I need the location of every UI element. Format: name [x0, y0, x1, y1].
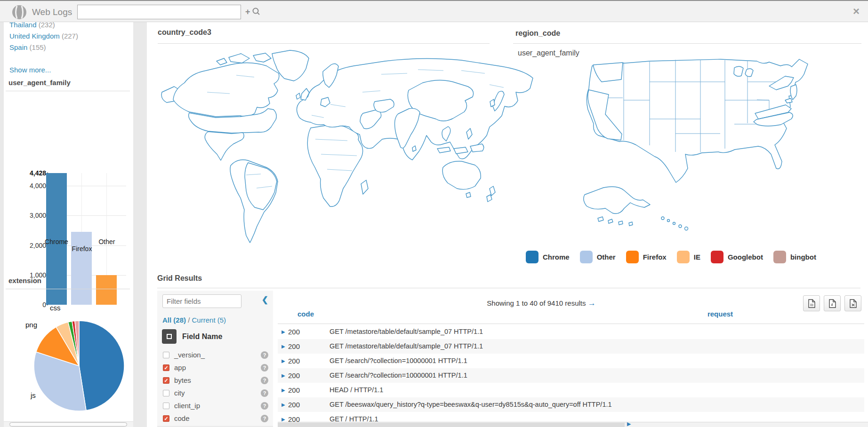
- field-label: client_ip: [174, 402, 200, 410]
- column-header-request[interactable]: request: [678, 310, 763, 318]
- separator: /: [188, 316, 190, 324]
- help-icon[interactable]: ?: [261, 351, 268, 359]
- expand-row-icon[interactable]: ▶: [281, 383, 285, 397]
- pie-label: css: [50, 304, 61, 312]
- legend-swatch: [580, 251, 593, 263]
- expand-row-icon[interactable]: ▶: [281, 324, 285, 339]
- expand-row-icon[interactable]: ▶: [281, 339, 285, 354]
- y-tick-label: 4,000: [8, 182, 46, 190]
- scrollbar-thumb[interactable]: [278, 423, 625, 427]
- table-row[interactable]: ▶200HEAD / HTTP/1.1: [278, 383, 864, 397]
- column-header-code[interactable]: code: [297, 310, 314, 318]
- field-checkbox[interactable]: [163, 403, 169, 409]
- close-icon[interactable]: ×: [853, 6, 860, 17]
- scroll-right-icon[interactable]: ▶: [627, 421, 631, 427]
- legend-label: Chrome: [543, 253, 570, 261]
- request-cell: GET /metastore/table/default/sample_07 H…: [330, 324, 483, 339]
- legend-item: Googlebot: [711, 251, 763, 263]
- table-row[interactable]: ▶200GET /search/?collection=10000001 HTT…: [278, 354, 864, 368]
- download-file-button-1[interactable]: [803, 295, 820, 311]
- field-row: client_ip?: [157, 400, 273, 412]
- download-file-button-3[interactable]: [844, 295, 861, 311]
- facet-count: (232): [37, 22, 55, 29]
- bar-other[interactable]: [96, 275, 117, 305]
- table-row[interactable]: ▶200GET /search/?collection=10000001 HTT…: [278, 368, 864, 383]
- field-checkbox[interactable]: ✓: [163, 364, 169, 371]
- request-cell: HEAD / HTTP/1.1: [330, 383, 383, 397]
- file-icon: [850, 299, 857, 308]
- request-cell: GET /search/?collection=10000001 HTTP/1.…: [330, 368, 467, 383]
- request-cell: GET /search/?collection=10000001 HTTP/1.…: [330, 354, 467, 368]
- y-tick-label: 0: [8, 301, 46, 308]
- field-checkbox[interactable]: [163, 390, 169, 396]
- help-icon[interactable]: ?: [261, 389, 268, 397]
- legend-item: Other: [580, 251, 616, 263]
- map-region-alaska[interactable]: [584, 187, 650, 214]
- divider: [157, 426, 273, 427]
- map-region-mexico[interactable]: [205, 132, 244, 160]
- facet-link[interactable]: Thailand: [9, 22, 37, 29]
- us-choropleth-map: [579, 53, 864, 243]
- legend-label: Firefox: [643, 253, 667, 261]
- add-facet-icon[interactable]: +: [245, 7, 250, 17]
- code-cell: 200: [288, 339, 300, 354]
- y-tick-label: 4,428: [8, 169, 46, 177]
- help-icon[interactable]: ?: [261, 415, 268, 422]
- export-buttons: [803, 295, 861, 311]
- map-region-madagascar[interactable]: [361, 180, 368, 194]
- all-fields-link[interactable]: All (28): [162, 316, 186, 324]
- search-icon[interactable]: [252, 7, 260, 16]
- expand-row-icon[interactable]: ▶: [281, 397, 285, 412]
- map-region-africa[interactable]: [307, 125, 362, 207]
- facet-link[interactable]: Spain: [9, 43, 27, 51]
- field-list: _version_?✓app?✓bytes?city?client_ip?✓co…: [157, 349, 273, 425]
- collapse-panel-icon[interactable]: ❮: [262, 295, 268, 305]
- results-pagination: Showing 1 to 40 of 9410 results →: [278, 299, 805, 308]
- filter-fields-input[interactable]: [162, 294, 241, 308]
- field-checkbox[interactable]: ✓: [163, 377, 169, 384]
- extension-pie-chart: [31, 317, 128, 414]
- map-region-new-jersey[interactable]: [790, 85, 797, 100]
- table-row[interactable]: ▶200GET /beeswax/query_history?q-type=be…: [278, 397, 864, 412]
- map-region-ireland[interactable]: [296, 93, 300, 99]
- field-row: city?: [157, 387, 273, 400]
- divider: [6, 91, 130, 91]
- field-label: code: [174, 414, 190, 422]
- legend-swatch: [626, 251, 639, 263]
- pie-slice-slice0[interactable]: [79, 321, 124, 411]
- sidebar-horizontal-scrollbar[interactable]: [4, 421, 133, 427]
- top-bar: Web Logs + ×: [0, 0, 868, 22]
- download-file-button-2[interactable]: [824, 295, 841, 311]
- legend-item: bingbot: [773, 251, 816, 263]
- table-row[interactable]: ▶200GET /metastore/table/default/sample_…: [278, 339, 864, 354]
- search-input[interactable]: [77, 5, 241, 19]
- expand-row-icon[interactable]: ▶: [281, 354, 285, 368]
- map-region-australia[interactable]: [442, 161, 481, 190]
- app-title: Web Logs: [32, 7, 72, 17]
- table-row[interactable]: ▶200GET /metastore/table/default/sample_…: [278, 324, 864, 339]
- scrollbar-thumb[interactable]: [9, 422, 127, 427]
- field-name-header: Field Name: [182, 332, 222, 341]
- user-agent-bar-chart: 4,4284,0003,0002,0001,0000: [4, 93, 133, 255]
- table-horizontal-scrollbar[interactable]: ▶: [278, 422, 868, 427]
- field-row: _version_?: [157, 349, 273, 362]
- request-cell: GET /beeswax/query_history?q-type=beeswa…: [330, 397, 612, 412]
- expand-row-icon[interactable]: ▶: [281, 368, 285, 383]
- legend-swatch: [677, 251, 690, 263]
- field-row: ✓code?: [157, 412, 273, 425]
- world-choropleth-map: [160, 47, 541, 252]
- field-checkbox[interactable]: [163, 352, 169, 358]
- help-icon[interactable]: ?: [261, 402, 268, 410]
- help-icon[interactable]: ?: [261, 377, 268, 384]
- show-more-link[interactable]: Show more...: [9, 64, 51, 76]
- next-page-icon[interactable]: →: [588, 299, 596, 308]
- current-fields-link[interactable]: Current (5): [192, 316, 226, 324]
- map-region-canada[interactable]: [173, 63, 279, 117]
- code-cell: 200: [288, 397, 300, 412]
- field-label: bytes: [174, 376, 191, 384]
- field-checkbox[interactable]: ✓: [163, 415, 169, 422]
- facet-sidebar: Thailand (232)United Kingdom (227)Spain …: [4, 22, 133, 427]
- toggle-all-fields-button[interactable]: [162, 329, 177, 344]
- help-icon[interactable]: ?: [261, 364, 268, 372]
- facet-link[interactable]: United Kingdom: [9, 32, 60, 40]
